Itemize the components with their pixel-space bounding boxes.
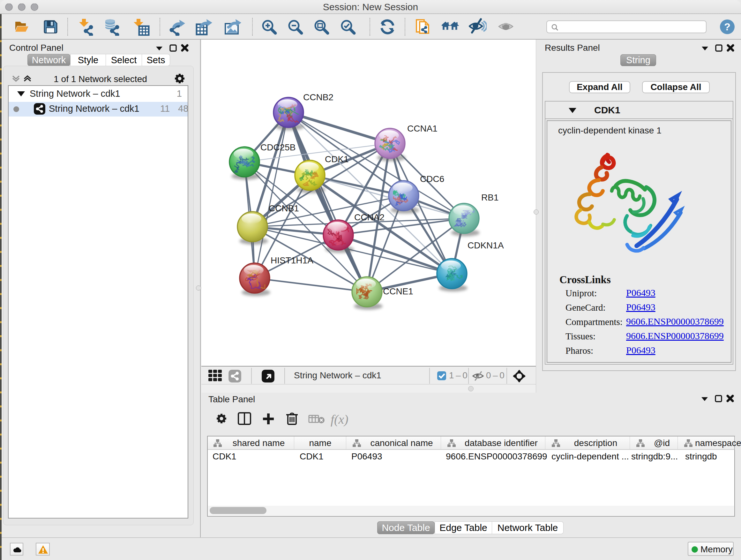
svg-text:HIST1H1A: HIST1H1A xyxy=(271,255,313,265)
svg-text:CDKN1A: CDKN1A xyxy=(468,240,504,250)
svg-text:CDC6: CDC6 xyxy=(420,174,444,184)
svg-text:CCNB2: CCNB2 xyxy=(303,92,333,102)
svg-text:CDC25B: CDC25B xyxy=(260,142,295,152)
svg-text:CCNB1: CCNB1 xyxy=(269,203,299,213)
svg-text:CDK1: CDK1 xyxy=(325,154,349,164)
svg-text:CCNA1: CCNA1 xyxy=(407,124,437,133)
svg-text:RB1: RB1 xyxy=(481,192,498,202)
svg-text:CCNA2: CCNA2 xyxy=(354,212,385,222)
svg-text:CCNE1: CCNE1 xyxy=(383,287,413,296)
